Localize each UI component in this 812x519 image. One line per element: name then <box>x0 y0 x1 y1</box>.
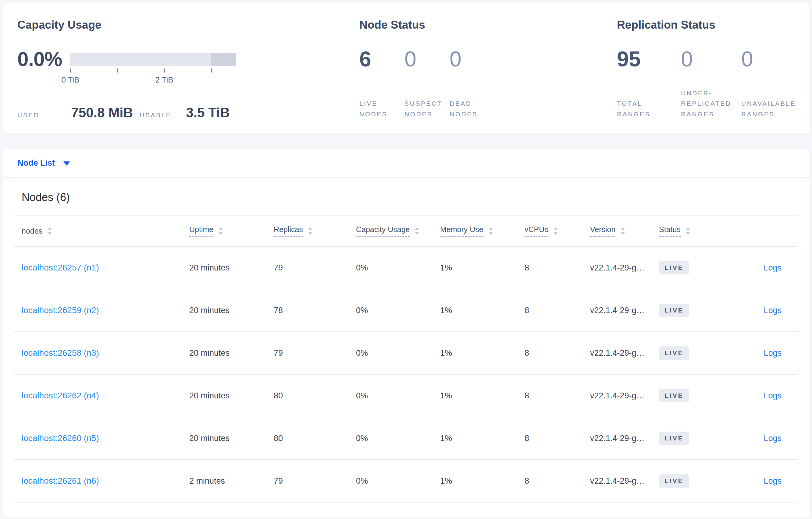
memory-use-cell: 1% <box>440 263 525 273</box>
logs-link[interactable]: Logs <box>763 434 782 443</box>
table-row: localhost:26262 (n4) 20 minutes 80 0% 1%… <box>14 375 798 417</box>
logs-link[interactable]: Logs <box>763 263 782 272</box>
column-header-label: Uptime <box>189 225 213 237</box>
node-status-stats: 6 LIVENODES 0 SUSPECTNODES 0 DEADNODES <box>359 49 477 119</box>
memory-use-cell: 1% <box>440 391 525 400</box>
sort-up-arrow-icon <box>414 227 419 230</box>
sort-icon <box>620 227 625 235</box>
stat-column: 0 SUSPECTNODES <box>404 49 450 119</box>
version-cell: v22.1.4-29-g… <box>590 434 659 443</box>
column-header-label: Version <box>590 225 615 237</box>
axis-tick <box>164 68 165 72</box>
node-status-section: Node Status 6 LIVENODES 0 SUSPECTNODES 0… <box>359 3 591 133</box>
node-link[interactable]: localhost:26257 (n1) <box>22 263 99 272</box>
status-badge: LIVE <box>659 304 689 317</box>
replication-status-section: Replication Status 95 TOTALRANGES 0 UNDE… <box>617 3 809 133</box>
sort-icon <box>488 227 493 235</box>
capacity-percent-value: 0.0% <box>18 49 62 69</box>
uptime-cell: 20 minutes <box>189 306 274 315</box>
column-header-label: nodes <box>22 226 42 236</box>
memory-use-cell: 1% <box>440 434 525 443</box>
memory-use-cell: 1% <box>440 476 525 486</box>
node-link[interactable]: localhost:26259 (n2) <box>22 305 99 315</box>
stat-label: UNAVAILABLERANGES <box>741 98 796 119</box>
sort-up-arrow-icon <box>620 227 625 230</box>
node-link[interactable]: localhost:26262 (n4) <box>22 391 99 400</box>
vcpus-cell: 8 <box>525 348 590 358</box>
usable-label: USABLE <box>140 112 171 119</box>
column-header[interactable]: Version <box>590 225 659 237</box>
capacity-bar-highlight-segment <box>211 53 236 66</box>
column-header[interactable]: Uptime <box>189 225 274 237</box>
usable-value: 3.5 TiB <box>186 105 230 120</box>
axis-tick <box>117 68 118 72</box>
node-list-dropdown-label: Node List <box>18 158 55 168</box>
replicas-cell: 80 <box>274 434 356 443</box>
sort-down-arrow-icon <box>488 232 493 235</box>
column-header[interactable]: nodes <box>14 226 189 236</box>
memory-use-cell: 1% <box>440 306 525 315</box>
stat-value: 0 <box>741 49 796 70</box>
column-header[interactable]: vCPUs <box>525 225 590 237</box>
sort-icon <box>308 227 313 235</box>
column-header-label: Status <box>659 225 680 237</box>
column-header[interactable]: Memory Use <box>440 225 525 237</box>
sort-up-arrow-icon <box>553 227 558 230</box>
capacity-usage-cell: 0% <box>356 476 440 486</box>
node-list-bar: Node List <box>3 149 809 178</box>
node-list-dropdown[interactable]: Node List <box>18 158 70 168</box>
stat-value: 0 <box>450 49 477 70</box>
capacity-usage-cell: 0% <box>356 348 440 358</box>
capacity-usage-cell: 0% <box>356 434 440 443</box>
sort-down-arrow-icon <box>218 232 223 235</box>
logs-link[interactable]: Logs <box>763 306 782 315</box>
replication-stats: 95 TOTALRANGES 0 UNDER-REPLICATEDRANGES … <box>617 49 796 119</box>
uptime-cell: 2 minutes <box>189 476 274 486</box>
version-cell: v22.1.4-29-g… <box>590 263 659 273</box>
vcpus-cell: 8 <box>525 391 590 400</box>
table-row: localhost:26260 (n5) 20 minutes 80 0% 1%… <box>14 417 798 460</box>
axis-tick <box>211 68 212 72</box>
node-link[interactable]: localhost:26260 (n5) <box>22 433 99 443</box>
status-badge: LIVE <box>659 346 689 360</box>
sort-icon <box>686 227 690 235</box>
stat-value: 0 <box>681 49 741 70</box>
status-badge: LIVE <box>659 432 689 445</box>
replicas-cell: 79 <box>274 476 356 486</box>
replicas-cell: 79 <box>274 263 356 273</box>
node-status-title: Node Status <box>359 19 425 31</box>
sort-icon <box>47 227 52 235</box>
stat-label: DEADNODES <box>450 98 477 119</box>
nodes-table-area: Nodes (6) nodes Uptime Replicas Capacity… <box>3 178 809 514</box>
column-header[interactable]: Status <box>659 225 735 237</box>
replicas-cell: 80 <box>274 391 356 400</box>
sort-down-arrow-icon <box>620 232 625 235</box>
column-header[interactable]: Capacity Usage <box>356 225 440 237</box>
version-cell: v22.1.4-29-g… <box>590 391 659 400</box>
logs-link[interactable]: Logs <box>763 476 782 486</box>
capacity-usage-cell: 0% <box>356 263 440 273</box>
logs-link[interactable]: Logs <box>763 391 782 400</box>
sort-up-arrow-icon <box>308 227 313 230</box>
stat-column: 0 DEADNODES <box>450 49 477 119</box>
logs-link[interactable]: Logs <box>763 348 782 358</box>
stat-column: 95 TOTALRANGES <box>617 49 681 119</box>
replicas-cell: 79 <box>274 348 356 358</box>
table-row: localhost:26259 (n2) 20 minutes 78 0% 1%… <box>14 289 798 332</box>
table-row: localhost:26258 (n3) 20 minutes 79 0% 1%… <box>14 332 798 375</box>
capacity-usage-title: Capacity Usage <box>18 19 102 31</box>
status-badge: LIVE <box>659 261 689 274</box>
version-cell: v22.1.4-29-g… <box>590 348 659 358</box>
axis-tick-label: 2 TiB <box>140 75 189 85</box>
column-header[interactable]: Replicas <box>274 225 356 237</box>
column-header-label: Replicas <box>274 225 303 237</box>
used-label: USED <box>18 112 39 119</box>
stat-value: 95 <box>617 49 681 70</box>
sort-up-arrow-icon <box>218 227 223 230</box>
memory-use-cell: 1% <box>440 348 525 358</box>
nodes-table-title: Nodes (6) <box>22 191 809 204</box>
chevron-down-icon <box>63 161 70 166</box>
stat-value: 6 <box>359 49 404 70</box>
node-link[interactable]: localhost:26258 (n3) <box>22 348 99 358</box>
node-link[interactable]: localhost:26261 (n6) <box>22 476 99 486</box>
